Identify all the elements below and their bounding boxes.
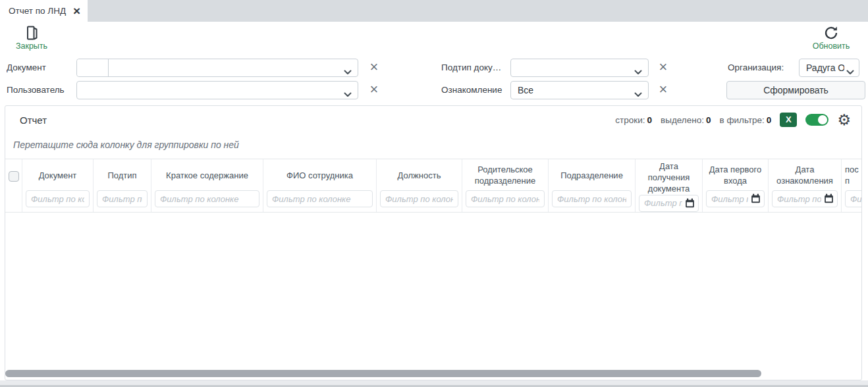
report-controls: строки:0 выделено:0 в фильтре:0 X ⚙: [615, 113, 851, 127]
column-header-first-login-date[interactable]: Дата первого входа: [703, 159, 768, 190]
column-clipped-last: пос п: [842, 159, 861, 212]
document-combobox[interactable]: [76, 59, 358, 77]
column-header-clipped-last[interactable]: пос п: [842, 159, 861, 190]
document-code-input[interactable]: [77, 59, 109, 76]
gear-icon[interactable]: ⚙: [837, 113, 851, 127]
tab-bar: Отчет по ЛНД ×: [0, 0, 868, 22]
tab-close-icon[interactable]: ×: [73, 5, 80, 17]
filter-input-clipped-last[interactable]: [845, 190, 861, 207]
toggle-knob: [818, 115, 827, 124]
clear-subtype-icon[interactable]: ×: [657, 59, 670, 77]
document-label: Документ: [7, 59, 46, 77]
column-doc-received-date: Дата получения документа: [636, 159, 703, 212]
calendar-icon[interactable]: [751, 194, 761, 206]
select-all-checkbox[interactable]: [9, 171, 19, 182]
clear-user-icon[interactable]: ×: [367, 81, 381, 99]
tab-title: Отчет по ЛНД: [9, 6, 66, 16]
filter-input-parent-division[interactable]: [466, 190, 545, 207]
column-subtype: Подтип: [94, 159, 151, 212]
horizontal-scrollbar[interactable]: [5, 370, 761, 377]
column-select: [5, 159, 22, 212]
filter-input-division[interactable]: [552, 190, 632, 207]
column-header-position[interactable]: Должность: [377, 159, 462, 190]
column-header-subtype[interactable]: Подтип: [94, 159, 151, 190]
column-header-doc-received-date[interactable]: Дата получения документа: [636, 159, 702, 195]
rows-count: строки:0: [615, 115, 652, 125]
calendar-icon[interactable]: [685, 198, 695, 211]
column-header-document[interactable]: Документ: [22, 159, 93, 190]
filtered-count: в фильтре:0: [719, 115, 771, 125]
toolbar: Закрыть Обновить: [0, 22, 868, 57]
filter-input-document[interactable]: [26, 190, 90, 207]
filter-input-subtype[interactable]: [97, 190, 148, 207]
acquaintance-select[interactable]: Все: [510, 81, 649, 99]
clear-acquaintance-icon[interactable]: ×: [657, 81, 670, 99]
refresh-icon: [810, 25, 852, 41]
filter-input-employee-name[interactable]: [267, 190, 373, 207]
filter-input-summary[interactable]: [155, 190, 259, 207]
subtype-select[interactable]: [510, 59, 649, 77]
acquaintance-label: Ознакомление: [441, 81, 507, 99]
generate-button[interactable]: Сформировать: [726, 81, 865, 99]
refresh-button-label: Обновить: [810, 41, 852, 51]
report-title: Отчет: [20, 115, 47, 126]
column-document: Документ: [22, 159, 94, 212]
refresh-button[interactable]: Обновить: [810, 25, 852, 51]
column-division: Подразделение: [549, 159, 636, 212]
chevron-down-icon: [846, 66, 854, 78]
chevron-down-icon: [344, 66, 352, 78]
column-acquaintance-date: Дата ознакомления: [769, 159, 842, 212]
column-header-employee-name[interactable]: ФИО сотрудника: [263, 159, 376, 190]
door-exit-icon: [11, 25, 53, 41]
organization-select[interactable]: Радуга ОС: [799, 59, 859, 77]
selected-count: выделено:0: [661, 115, 711, 125]
column-first-login-date: Дата первого входа: [703, 159, 769, 212]
window-bottom-edge: [0, 380, 868, 387]
column-parent-division: Родительское подразделение: [462, 159, 549, 212]
calendar-icon[interactable]: [824, 194, 834, 206]
column-employee-name: ФИО сотрудника: [263, 159, 377, 212]
chevron-down-icon: [344, 88, 352, 100]
column-summary: Краткое содержание: [151, 159, 263, 212]
acquaintance-value: Все: [518, 85, 533, 95]
report-panel: Отчет строки:0 выделено:0 в фильтре:0 X …: [5, 105, 862, 380]
close-button-label: Закрыть: [11, 41, 53, 51]
user-select[interactable]: [76, 81, 358, 99]
organization-value: Радуга ОС: [806, 63, 844, 73]
clear-document-icon[interactable]: ×: [367, 59, 381, 77]
tab-report-lnd[interactable]: Отчет по ЛНД ×: [0, 0, 88, 22]
chevron-down-icon: [634, 66, 642, 78]
group-by-hint: Перетащите сюда колонку для группировки …: [13, 140, 239, 150]
filter-input-position[interactable]: [380, 190, 458, 207]
column-header-division[interactable]: Подразделение: [549, 159, 635, 190]
close-button[interactable]: Закрыть: [11, 25, 53, 51]
column-header-parent-division[interactable]: Родительское подразделение: [462, 159, 548, 190]
filter-row-toggle[interactable]: [805, 114, 828, 126]
organization-label: Организация:: [728, 59, 784, 77]
chevron-down-icon: [634, 88, 642, 100]
excel-export-button[interactable]: X: [780, 113, 797, 127]
column-header-acquaintance-date[interactable]: Дата ознакомления: [769, 159, 841, 190]
subtype-label: Подтип документа: [441, 59, 507, 77]
column-header-summary[interactable]: Краткое содержание: [151, 159, 263, 190]
table-header-row: ДокументПодтипКраткое содержаниеФИО сотр…: [5, 159, 861, 213]
column-position: Должность: [377, 159, 462, 212]
user-label: Пользователь: [7, 81, 65, 99]
